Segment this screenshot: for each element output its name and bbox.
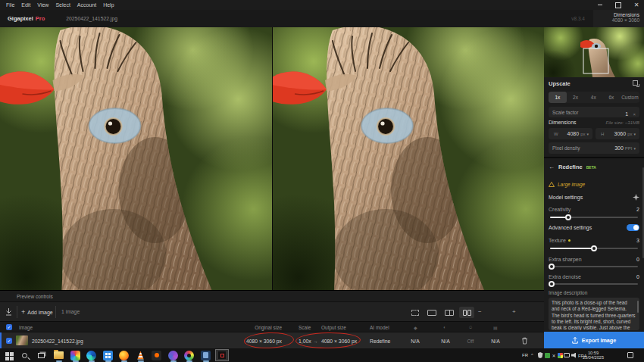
add-image-button[interactable]: + Add image [21,307,53,317]
tray-expand-chevron[interactable]: ^ [531,353,533,357]
sidebar-dimensions-label: Dimensions [549,120,577,125]
firefox-button[interactable] [118,350,130,360]
navigator-thumbnail[interactable] [544,27,644,77]
height-caret-icon[interactable]: ▾ [633,132,636,136]
collapse-panel-icon[interactable] [5,308,12,316]
add-image-label: Add image [27,310,52,315]
row-checkbox[interactable]: ✓ [6,338,12,344]
photos-app-button[interactable] [70,350,81,360]
description-scrollbar[interactable] [637,301,639,313]
single-view-button[interactable] [424,307,439,318]
creativity-row: Creativity 2 [549,207,639,212]
photos-icon [70,351,80,360]
dimensions-value: 4080 × 3060 [593,17,639,23]
height-field[interactable]: H 3060 px ▾ [596,128,639,139]
app-name: Gigapixel [8,15,33,22]
height-value[interactable]: 3060 [614,131,627,136]
image-description-field[interactable]: This photo is a close-up of the head and… [549,298,639,330]
store-app-button[interactable] [102,350,114,360]
row-selected-accent [0,332,2,349]
col-output-size: Output size [321,325,346,330]
action-center-button[interactable] [627,352,633,358]
minimize-button[interactable] [596,1,605,9]
volume-tray-icon[interactable] [571,352,577,358]
extra-sharpen-value: 0 [636,257,639,262]
export-icon [572,337,578,344]
creativity-slider[interactable] [550,214,638,220]
photo-editor-icon [152,351,161,360]
scale-factor-label: Scale factor [552,110,578,115]
menu-file[interactable]: File [6,2,14,8]
preview-pane-processed[interactable] [273,27,544,290]
display-tray-icon[interactable] [564,352,570,358]
taskbar-search-button[interactable] [19,350,30,360]
pixel-density-value[interactable]: 300 [614,145,624,151]
extra-denoise-slider[interactable] [550,281,638,287]
advanced-settings-label: Advanced settings [549,225,592,230]
pixel-density-caret-icon[interactable]: ▾ [633,146,636,151]
width-caret-icon[interactable]: ▾ [586,132,589,136]
windows-logo-icon [5,352,9,356]
preview-controls-label: Preview controls [17,294,53,299]
scale-4x-button[interactable]: 4x [584,92,602,103]
side-by-side-view-button[interactable] [459,307,474,318]
file-explorer-button[interactable] [53,350,64,360]
image-description-text: This photo is a close-up of the head and… [552,300,635,330]
model-settings-label: Model settings [549,195,583,200]
split-view-button[interactable] [442,307,457,318]
scale-factor-value[interactable]: 1 [625,111,628,117]
scale-2x-button[interactable]: 2x [567,92,585,103]
notification-icon [627,352,633,358]
menu-edit[interactable]: Edit [21,2,30,8]
task-view-button[interactable] [36,350,47,360]
width-label: W [554,132,558,136]
x-tray-icon[interactable]: ✕ [551,352,557,358]
windows-taskbar: FR ^ ✕ FRA 10:59 25/04/2025 [0,348,644,362]
menu-view[interactable]: View [37,2,48,8]
scale-6x-button[interactable]: 6x [602,92,621,103]
version-label: v8.3.4 [571,16,585,21]
purple-app-button[interactable] [167,350,179,360]
redefine-header: ← Redefine BETA [549,164,639,170]
menu-select[interactable]: Select [55,2,70,8]
menu-account[interactable]: Account [77,2,96,8]
pixel-density-row[interactable]: Pixel density 300 PPI ▾ [549,142,639,154]
delete-row-icon[interactable] [521,337,528,345]
select-all-checkbox[interactable]: ✓ [6,324,12,330]
export-image-button[interactable]: Export Image [544,332,644,348]
scale-1x-button[interactable]: 1x [549,92,567,103]
taskbar-clock[interactable]: 10:59 25/04/2025 [582,351,605,360]
sparkle-icon[interactable] [633,194,639,201]
color-tray-icon[interactable] [557,352,563,358]
language-short-label[interactable]: FR [522,353,528,357]
photo-editor-button[interactable] [151,350,162,360]
preview-pane-original[interactable] [0,27,272,290]
documents-app-button[interactable] [200,350,211,360]
zoom-in-button[interactable]: + [512,308,516,315]
width-field[interactable]: W 4080 px ▾ [549,128,592,139]
security-tray-icon[interactable] [537,352,543,358]
menu-help[interactable]: Help [103,2,114,8]
redefine-title: Redefine [558,164,583,170]
start-button[interactable] [3,350,14,360]
width-value[interactable]: 4080 [567,131,580,136]
scale-factor-row[interactable]: Scale factor 1 × [549,107,639,117]
upscale-title: Upscale [549,80,571,87]
advanced-settings-toggle[interactable] [627,224,639,231]
close-button[interactable]: ✕ [632,1,641,9]
zoom-out-button[interactable]: − [478,308,482,315]
maximize-button[interactable] [614,1,623,9]
gigapixel-taskbar-button[interactable] [215,349,229,361]
color-wheel-app-button[interactable] [183,350,195,360]
green-tray-icon[interactable] [544,352,550,358]
scale-custom-button[interactable]: Custom [621,92,639,103]
texture-slider[interactable] [550,245,638,251]
edge-browser-button[interactable] [86,350,97,360]
col-image: Image [19,325,33,330]
fit-view-button[interactable] [408,307,423,318]
back-arrow-icon[interactable]: ← [549,164,555,170]
resize-mode-icon[interactable] [633,80,639,87]
vlc-button[interactable] [135,350,146,360]
open-file-tab[interactable]: 20250422_141522.jpg [66,16,117,21]
extra-sharpen-slider[interactable] [550,264,638,270]
